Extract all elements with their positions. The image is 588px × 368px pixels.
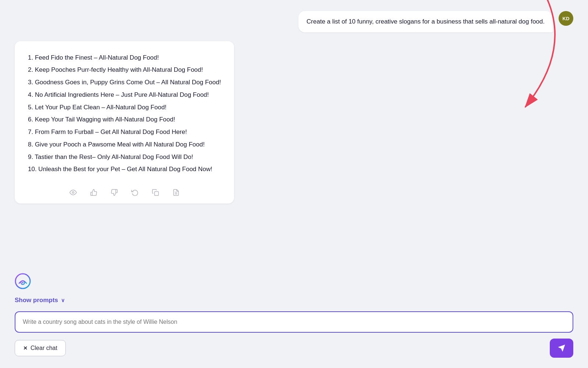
list-item: 4. No Artificial Ingredients Here – Just… — [28, 89, 221, 101]
list-item: 9. Tastier than the Rest– Only All-Natur… — [28, 151, 221, 163]
ai-logo-row — [15, 273, 573, 289]
refresh-button[interactable] — [129, 187, 141, 198]
svg-rect-1 — [154, 192, 158, 196]
x-icon: ✕ — [23, 345, 28, 351]
copy-button[interactable] — [150, 187, 161, 198]
clear-chat-label: Clear chat — [31, 345, 57, 351]
ai-response-card: 1. Feed Fido the Finest – All-Natural Do… — [15, 41, 234, 204]
svg-point-0 — [72, 192, 74, 194]
thumbs-up-button[interactable] — [88, 187, 100, 198]
thumbs-down-button[interactable] — [108, 187, 120, 198]
chat-input[interactable] — [15, 311, 573, 333]
list-item: 5. Let Your Pup Eat Clean – All-Natural … — [28, 101, 221, 114]
list-item: 3. Goodness Goes in, Puppy Grins Come Ou… — [28, 76, 221, 89]
response-actions — [28, 184, 221, 198]
ai-logo — [15, 273, 31, 289]
bottom-bar: ✕ Clear chat — [15, 339, 573, 358]
list-item: 1. Feed Fido the Finest – All-Natural Do… — [28, 52, 221, 64]
list-item: 8. Give your Pooch a Pawsome Meal with A… — [28, 138, 221, 151]
view-button[interactable] — [67, 187, 79, 198]
user-message-text: Create a list of 10 funny, creative slog… — [306, 18, 545, 25]
send-icon — [557, 344, 566, 352]
svg-point-7 — [22, 282, 24, 283]
show-prompts-button[interactable]: Show prompts ∨ — [15, 294, 65, 306]
clear-chat-button[interactable]: ✕ Clear chat — [15, 340, 66, 356]
user-message-bubble: Create a list of 10 funny, creative slog… — [298, 11, 553, 32]
list-item: 2. Keep Pooches Purr-fectly Healthy with… — [28, 64, 221, 76]
avatar: KD — [559, 11, 573, 26]
list-item: 7. From Farm to Furball – Get All Natura… — [28, 126, 221, 138]
chevron-down-icon: ∨ — [61, 297, 65, 303]
ai-response-wrapper: 1. Feed Fido the Finest – All-Natural Do… — [15, 41, 573, 204]
list-item: 6. Keep Your Tail Wagging with All-Natur… — [28, 113, 221, 126]
user-message-wrapper: Create a list of 10 funny, creative slog… — [15, 11, 573, 32]
document-button[interactable] — [170, 187, 182, 198]
bottom-area: Show prompts ∨ ✕ Clear chat — [0, 269, 588, 368]
list-item: 10. Unleash the Best for your Pet – Get … — [28, 163, 221, 176]
send-button[interactable] — [550, 339, 573, 358]
show-prompts-label: Show prompts — [15, 297, 58, 304]
slogan-list: 1. Feed Fido the Finest – All-Natural Do… — [28, 52, 221, 176]
